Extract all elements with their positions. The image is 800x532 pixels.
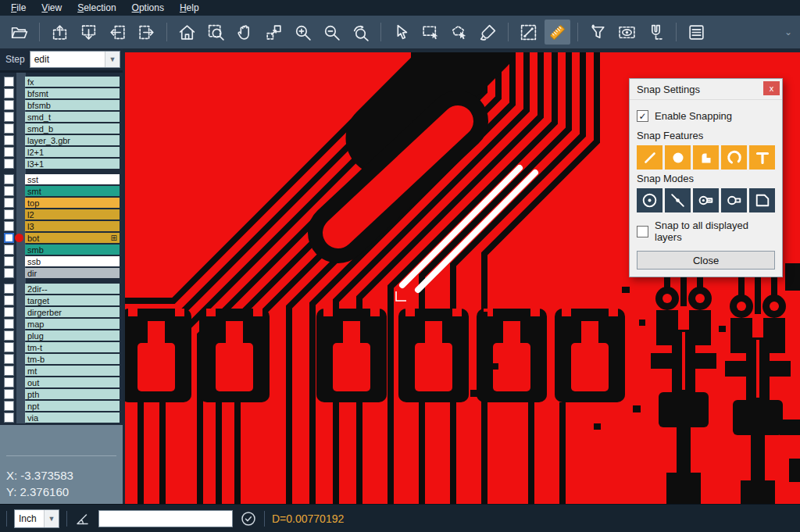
pan-right-icon[interactable]	[134, 20, 159, 45]
layer-label[interactable]: mt	[25, 366, 120, 376]
show-selection-icon[interactable]	[614, 20, 640, 45]
layer-label[interactable]: bot⊞	[25, 233, 120, 243]
layer-visibility-checkbox[interactable]	[4, 174, 14, 184]
midpoint-snap-icon[interactable]	[665, 188, 691, 212]
rect-select-icon[interactable]	[417, 20, 443, 45]
enable-snapping-checkbox[interactable]: ✓	[637, 110, 648, 122]
layer-label[interactable]: dirgerber	[25, 307, 120, 317]
arc-feature-icon[interactable]	[721, 145, 747, 170]
layer-visibility-checkbox[interactable]	[4, 330, 14, 341]
layer-row[interactable]: smt	[0, 185, 123, 197]
layer-visibility-checkbox[interactable]	[4, 401, 14, 411]
layer-row[interactable]: npt	[0, 400, 123, 412]
layer-visibility-checkbox[interactable]	[4, 135, 14, 145]
layer-visibility-checkbox[interactable]	[4, 209, 14, 220]
layer-visibility-checkbox[interactable]	[4, 100, 14, 110]
layer-row[interactable]: l2	[0, 209, 123, 220]
layer-visibility-checkbox[interactable]	[4, 366, 14, 376]
layer-row[interactable]: map	[0, 318, 123, 330]
center-snap-icon[interactable]	[637, 188, 662, 212]
layer-row[interactable]: out	[0, 377, 123, 388]
layer-label[interactable]: ssb	[25, 256, 120, 266]
layer-row[interactable]: smd_b	[0, 123, 123, 134]
layer-row[interactable]: bfsmb	[0, 99, 123, 111]
contour-snap-icon[interactable]	[749, 188, 775, 212]
layer-label[interactable]: fx	[25, 77, 120, 87]
chevron-down-icon[interactable]: ▼	[44, 510, 59, 527]
close-icon[interactable]: x	[763, 81, 780, 95]
command-input[interactable]	[98, 510, 233, 527]
layer-label[interactable]: l2	[25, 209, 120, 220]
layer-label[interactable]: bfsmb	[25, 100, 120, 110]
chevron-down-icon[interactable]: ▼	[105, 52, 120, 67]
layer-label[interactable]: l3	[25, 221, 120, 231]
layer-row[interactable]: l3	[0, 220, 123, 232]
pan-left-icon[interactable]	[105, 20, 130, 45]
layer-visibility-checkbox[interactable]	[4, 233, 14, 243]
layer-label[interactable]: npt	[25, 401, 120, 411]
layer-row-active[interactable]: bot⊞	[0, 232, 123, 244]
poly-select-icon[interactable]	[446, 20, 472, 45]
layer-label[interactable]: l2+1	[25, 147, 120, 157]
layer-row[interactable]: smd_t	[0, 111, 123, 123]
measure-ruler-icon[interactable]	[545, 20, 570, 45]
layer-visibility-checkbox[interactable]	[4, 112, 14, 122]
layer-row[interactable]: bfsmt	[0, 87, 123, 99]
layer-visibility-checkbox[interactable]	[4, 88, 14, 98]
layer-label[interactable]: target	[25, 295, 120, 305]
layer-visibility-checkbox[interactable]	[4, 342, 14, 352]
layer-row[interactable]: tm-t	[0, 341, 123, 353]
layer-row[interactable]: plug	[0, 330, 123, 341]
apply-icon[interactable]	[240, 510, 257, 527]
pad-circle-feature-icon[interactable]	[665, 145, 691, 170]
layer-row[interactable]: pth	[0, 388, 123, 400]
layer-visibility-checkbox[interactable]	[4, 159, 14, 169]
layer-label[interactable]: tm-b	[25, 354, 120, 364]
line-feature-icon[interactable]	[637, 145, 662, 170]
snap-magnet-icon[interactable]	[643, 20, 669, 45]
layer-visibility-checkbox[interactable]	[4, 377, 14, 387]
layer-label[interactable]: smd_t	[25, 112, 120, 122]
layer-label[interactable]: tm-t	[25, 342, 120, 352]
layer-visibility-checkbox[interactable]	[4, 319, 14, 329]
step-select[interactable]: edit ▼	[30, 51, 120, 68]
layer-row[interactable]: sst	[0, 173, 123, 185]
layer-visibility-checkbox[interactable]	[4, 77, 14, 87]
zoom-in-icon[interactable]	[290, 20, 316, 45]
filter-icon[interactable]	[585, 20, 611, 45]
measure-line-icon[interactable]	[516, 20, 541, 45]
pan-up-icon[interactable]	[47, 20, 73, 45]
layer-row[interactable]: fx	[0, 76, 123, 87]
layer-visibility-checkbox[interactable]	[4, 147, 14, 157]
layer-label[interactable]: bfsmt	[25, 88, 120, 98]
layer-visibility-checkbox[interactable]	[4, 268, 14, 278]
menu-view[interactable]: View	[34, 1, 70, 15]
layer-label[interactable]: smb	[25, 245, 120, 255]
layer-visibility-checkbox[interactable]	[4, 123, 14, 134]
menu-selection[interactable]: Selection	[70, 1, 123, 15]
layer-row[interactable]: top	[0, 197, 123, 209]
unit-select[interactable]: Inch ▼	[14, 509, 59, 528]
layer-visibility-checkbox[interactable]	[4, 284, 14, 294]
text-feature-icon[interactable]	[749, 145, 775, 170]
toolbar-overflow-icon[interactable]: ⌄	[784, 27, 795, 37]
open-folder-icon[interactable]	[6, 20, 32, 45]
layer-label[interactable]: pth	[25, 389, 120, 399]
layer-visibility-checkbox[interactable]	[4, 389, 14, 399]
layer-visibility-checkbox[interactable]	[4, 354, 14, 364]
layer-row[interactable]: target	[0, 295, 123, 306]
layer-label[interactable]: map	[25, 319, 120, 329]
close-button[interactable]: Close	[637, 251, 775, 270]
layer-row[interactable]: dirgerber	[0, 306, 123, 318]
menu-options[interactable]: Options	[124, 1, 172, 15]
drag-view-icon[interactable]	[261, 20, 287, 45]
zoom-out-icon[interactable]	[319, 20, 345, 45]
zoom-previous-icon[interactable]	[348, 20, 373, 45]
menu-file[interactable]: File	[3, 1, 34, 15]
snap-all-layers-checkbox[interactable]	[637, 226, 648, 237]
dialog-title-bar[interactable]: Snap Settings x	[630, 79, 782, 100]
layer-row[interactable]: layer_3.gbr	[0, 134, 123, 146]
layer-row[interactable]: ssb	[0, 255, 123, 267]
menu-help[interactable]: Help	[172, 1, 207, 15]
pan-down-icon[interactable]	[76, 20, 102, 45]
